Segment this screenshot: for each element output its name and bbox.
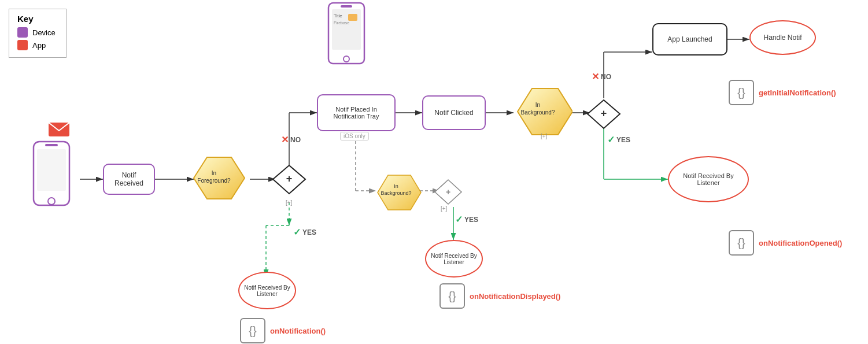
plus-diamond-mid: + — [433, 178, 464, 206]
yes-label-mid: ✓ YES — [455, 214, 478, 225]
key-app-item: App — [17, 40, 58, 50]
in-foreground-hex: In Foreground? — [179, 155, 249, 201]
no-label-right: ✕ NO — [592, 71, 611, 82]
on-notification-opened-label: onNotificationOpened() — [759, 239, 842, 247]
device-label: Device — [32, 28, 56, 37]
plus-diamond-right: + — [585, 98, 623, 131]
svg-text:Firebase: Firebase — [334, 21, 349, 25]
get-initial-notification-code: {} getInitialNotification() — [729, 80, 836, 105]
key-title: Key — [17, 14, 58, 24]
notif-received-listener-mid: Notif Received By Listener — [425, 240, 483, 278]
on-notification-label: onNotification() — [270, 327, 326, 335]
svg-text:Background?: Background? — [381, 190, 411, 196]
svg-text:Foreground?: Foreground? — [197, 177, 231, 184]
yes-label-right: ✓ YES — [607, 134, 630, 145]
svg-text:In: In — [212, 170, 216, 176]
sub-plus-foreground: [+] — [286, 199, 292, 206]
on-notification-code: {} onNotification() — [240, 318, 326, 343]
in-background-hex-mid: In Background? — [367, 172, 425, 213]
handle-notif-node: Handle Notif — [749, 20, 816, 55]
on-notification-displayed-label: onNotificationDisplayed() — [470, 292, 560, 301]
code-braces-2: {} — [729, 230, 754, 256]
notif-received-listener-right: Notif Received By Listener — [668, 156, 749, 202]
on-notification-displayed-code: {} onNotificationDisplayed() — [439, 283, 560, 309]
plus-diamond-left: + — [271, 164, 308, 195]
key-device-item: Device — [17, 27, 58, 38]
get-initial-notification-label: getInitialNotification() — [759, 88, 836, 97]
in-background-hex-main: In Background? — [503, 86, 572, 138]
phone-top: Title Firebase — [324, 0, 370, 72]
svg-text:Background?: Background? — [521, 109, 555, 116]
notif-received-node: Notif Received — [103, 164, 155, 195]
on-notification-opened-code: {} onNotificationOpened() — [729, 230, 842, 256]
svg-text:In: In — [394, 183, 398, 189]
svg-text:Title: Title — [334, 13, 342, 19]
svg-rect-31 — [37, 149, 66, 191]
notif-received-listener-left: Notif Received By Listener — [238, 272, 296, 309]
sub-plus-mid: [+] — [441, 205, 447, 212]
yes-label-left: ✓ YES — [293, 227, 316, 238]
notif-clicked-node: Notif Clicked — [422, 95, 486, 130]
sub-plus-background-main: [+] — [541, 133, 547, 139]
phone-left — [29, 139, 75, 214]
svg-text:+: + — [286, 173, 293, 184]
app-swatch — [17, 40, 28, 50]
svg-text:+: + — [446, 187, 450, 197]
code-braces-4: {} — [240, 318, 265, 343]
svg-text:+: + — [601, 108, 607, 119]
ios-only-label: iOS only — [340, 132, 369, 140]
svg-rect-28 — [348, 14, 357, 21]
svg-rect-33 — [45, 144, 58, 146]
app-launched-node: App Launched — [652, 23, 727, 56]
email-icon — [47, 121, 71, 138]
no-label-left: ✕ NO — [281, 134, 301, 145]
app-label: App — [32, 41, 46, 50]
notif-placed-node: Notif Placed In Notification Tray — [317, 94, 396, 131]
device-swatch — [17, 27, 28, 38]
key-legend: Key Device App — [9, 9, 67, 58]
svg-rect-29 — [341, 5, 352, 8]
code-braces-3: {} — [439, 283, 465, 309]
code-braces-1: {} — [729, 80, 754, 105]
diagram: Key Device App Title Firebase — [0, 0, 868, 344]
svg-text:In: In — [535, 102, 540, 108]
